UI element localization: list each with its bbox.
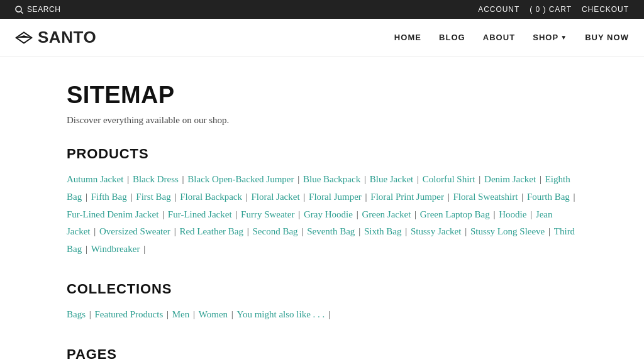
link-first-bag[interactable]: First Bag <box>136 192 170 202</box>
search-bar[interactable]: SEARCH <box>15 5 61 14</box>
separator: | <box>354 209 361 219</box>
shop-caret: ▼ <box>560 34 567 41</box>
link-floral-jumper[interactable]: Floral Jumper <box>309 192 362 202</box>
link-fur-lined-denim-jacket[interactable]: Fur-Lined Denim Jacket <box>67 209 158 219</box>
top-bar: SEARCH ACCOUNT ( 0 ) CART CHECKOUT <box>0 0 644 19</box>
nav-buynow[interactable]: BUY NOW <box>585 33 629 42</box>
separator: | <box>299 226 306 236</box>
link-men[interactable]: Men <box>172 309 190 319</box>
separator: | <box>295 174 302 184</box>
link-oversized-sweater[interactable]: Oversized Sweater <box>99 226 170 236</box>
link-you-might-also-like-.-.-.[interactable]: You might also like . . . <box>237 309 325 319</box>
search-label: SEARCH <box>27 5 61 14</box>
nav-about[interactable]: ABOUT <box>483 33 515 42</box>
link-featured-products[interactable]: Featured Products <box>95 309 164 319</box>
separator: | <box>412 209 419 219</box>
link-floral-sweatshirt[interactable]: Floral Sweatshirt <box>453 192 518 202</box>
link-furry-sweater[interactable]: Furry Sweater <box>241 209 294 219</box>
products-heading: PRODUCTS <box>67 146 577 162</box>
link-denim-jacket[interactable]: Denim Jacket <box>484 174 536 184</box>
link-second-bag[interactable]: Second Bag <box>253 226 298 236</box>
link-stussy-jacket[interactable]: Stussy Jacket <box>411 226 461 236</box>
separator: | <box>326 309 330 319</box>
link-windbreaker[interactable]: Windbreaker <box>91 244 140 254</box>
logo-icon <box>15 31 33 44</box>
link-green-laptop-bag[interactable]: Green Laptop Bag <box>420 209 490 219</box>
logo[interactable]: SANTO <box>15 28 96 47</box>
link-colorful-shirt[interactable]: Colorful Shirt <box>423 174 475 184</box>
separator: | <box>245 226 252 236</box>
top-bar-right: ACCOUNT ( 0 ) CART CHECKOUT <box>478 5 629 14</box>
link-autumn-jacket[interactable]: Autumn Jacket <box>67 174 123 184</box>
separator: | <box>128 192 135 202</box>
separator: | <box>83 192 90 202</box>
separator: | <box>519 192 526 202</box>
separator: | <box>402 226 409 236</box>
link-floral-backpack[interactable]: Floral Backpack <box>180 192 242 202</box>
link-black-open-backed-jumper[interactable]: Black Open-Backed Jumper <box>187 174 294 184</box>
logo-text: SANTO <box>38 28 96 47</box>
separator: | <box>229 309 236 319</box>
separator: | <box>172 226 179 236</box>
search-icon <box>15 6 23 14</box>
nav-blog[interactable]: BLOG <box>439 33 465 42</box>
separator: | <box>125 174 131 184</box>
link-gray-hoodie[interactable]: Gray Hoodie <box>304 209 353 219</box>
separator: | <box>172 192 179 202</box>
separator: | <box>83 244 90 254</box>
link-blue-jacket[interactable]: Blue Jacket <box>370 174 414 184</box>
collections-list: Bags | Featured Products | Men | Women |… <box>67 306 577 324</box>
products-list: Autumn Jacket | Black Dress | Black Open… <box>67 171 577 258</box>
separator: | <box>546 226 553 236</box>
separator: | <box>164 309 171 319</box>
separator: | <box>301 192 308 202</box>
link-seventh-bag[interactable]: Seventh Bag <box>307 226 355 236</box>
link-red-leather-bag[interactable]: Red Leather Bag <box>179 226 243 236</box>
cart-link[interactable]: ( 0 ) CART <box>530 5 572 14</box>
separator: | <box>414 174 421 184</box>
link-green-jacket[interactable]: Green Jacket <box>362 209 411 219</box>
separator: | <box>491 209 498 219</box>
separator: | <box>180 174 187 184</box>
main-content: SITEMAP Discover everything available on… <box>52 57 592 362</box>
separator: | <box>296 209 303 219</box>
link-fifth-bag[interactable]: Fifth Bag <box>91 192 127 202</box>
separator: | <box>191 309 197 319</box>
separator: | <box>528 209 535 219</box>
link-fourth-bag[interactable]: Fourth Bag <box>527 192 570 202</box>
nav-home[interactable]: HOME <box>394 33 421 42</box>
separator: | <box>462 226 469 236</box>
link-stussy-long-sleeve[interactable]: Stussy Long Sleeve <box>470 226 545 236</box>
separator: | <box>243 192 250 202</box>
separator: | <box>160 209 167 219</box>
link-women[interactable]: Women <box>199 309 228 319</box>
link-blue-backpack[interactable]: Blue Backpack <box>303 174 360 184</box>
link-hoodie[interactable]: Hoodie <box>499 209 526 219</box>
separator: | <box>356 226 363 236</box>
separator: | <box>87 309 94 319</box>
separator: | <box>141 244 145 254</box>
link-black-dress[interactable]: Black Dress <box>133 174 179 184</box>
separator: | <box>571 192 575 202</box>
link-floral-jacket[interactable]: Floral Jacket <box>251 192 299 202</box>
pages-heading: PAGES <box>67 346 577 363</box>
link-fur-lined-jacket[interactable]: Fur-Lined Jacket <box>168 209 232 219</box>
account-link[interactable]: ACCOUNT <box>478 5 519 14</box>
header: SANTO HOME BLOG ABOUT SHOP ▼ BUY NOW <box>0 19 644 57</box>
separator: | <box>537 174 544 184</box>
link-floral-print-jumper[interactable]: Floral Print Jumper <box>370 192 444 202</box>
page-title: SITEMAP <box>67 82 577 109</box>
collections-heading: COLLECTIONS <box>67 281 577 297</box>
svg-point-0 <box>16 6 21 12</box>
link-bags[interactable]: Bags <box>67 309 86 319</box>
checkout-link[interactable]: CHECKOUT <box>582 5 629 14</box>
separator: | <box>233 209 240 219</box>
separator: | <box>445 192 452 202</box>
separator: | <box>477 174 484 184</box>
separator: | <box>91 226 98 236</box>
nav-shop[interactable]: SHOP ▼ <box>533 33 567 42</box>
sitemap-description: Discover everything available on our sho… <box>67 115 577 126</box>
separator: | <box>363 192 370 202</box>
link-sixth-bag[interactable]: Sixth Bag <box>364 226 402 236</box>
main-nav: HOME BLOG ABOUT SHOP ▼ BUY NOW <box>394 33 629 42</box>
